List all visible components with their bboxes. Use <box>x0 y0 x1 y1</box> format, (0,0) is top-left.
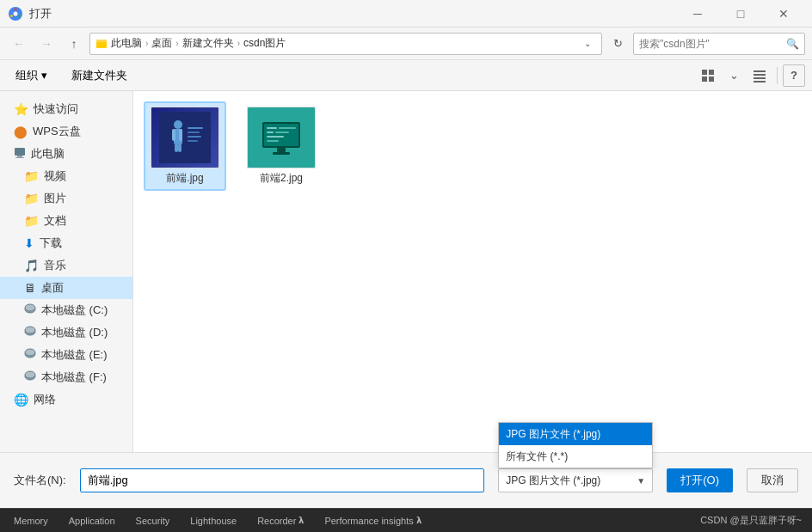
search-input[interactable] <box>639 38 786 50</box>
file-name-1: 前端.jpg <box>166 172 203 186</box>
filename-input[interactable] <box>80 468 485 492</box>
filetype-dropdown[interactable]: JPG 图片文件 (*.jpg) ▼ JPG 图片文件 (*.jpg) 所有文件… <box>498 468 653 492</box>
minimize-button[interactable]: ─ <box>678 0 717 28</box>
sidebar-label-music: 音乐 <box>44 258 66 273</box>
file-item-1[interactable]: 前端.jpg <box>144 101 226 191</box>
svg-rect-14 <box>754 81 766 83</box>
devtools-tab-memory[interactable]: Memory <box>10 509 52 533</box>
sidebar-item-pictures[interactable]: 📁 图片 <box>0 187 132 210</box>
search-icon: 🔍 <box>786 38 799 50</box>
devtools-tab-performance-insights[interactable]: Performance insights 𝝺 <box>321 509 424 533</box>
maximize-button[interactable]: □ <box>721 0 760 28</box>
back-button[interactable]: ← <box>7 32 31 56</box>
devtools-tab-application[interactable]: Application <box>65 509 119 533</box>
sidebar-label-videos: 视频 <box>44 168 66 184</box>
sidebar-item-videos[interactable]: 📁 视频 <box>0 165 132 187</box>
filetype-option-all[interactable]: 所有文件 (*.*) <box>499 445 652 468</box>
refresh-button[interactable]: ↻ <box>606 32 630 56</box>
view-dropdown-button[interactable]: ⌄ <box>722 64 746 88</box>
svg-rect-39 <box>264 124 298 146</box>
svg-point-3 <box>18 15 21 17</box>
filetype-select-button[interactable]: JPG 图片文件 (*.jpg) ▼ <box>498 468 653 492</box>
svg-rect-8 <box>709 70 714 75</box>
sidebar-label-pictures: 图片 <box>44 191 66 206</box>
svg-rect-47 <box>273 152 290 155</box>
pictures-icon: 📁 <box>24 192 39 205</box>
sidebar-item-local-c[interactable]: 本地磁盘 (C:) <box>0 299 132 321</box>
svg-rect-10 <box>709 76 714 82</box>
file-area[interactable]: 前端.jpg <box>133 91 812 452</box>
svg-point-25 <box>25 371 35 378</box>
devtools-tab-lighthouse[interactable]: Lighthouse <box>187 509 240 533</box>
sidebar: ⭐ 快速访问 ⬤ WPS云盘 此电脑 📁 视频 📁 图片 📁 文档 ⬇ 下载 <box>0 91 133 452</box>
performance-insights-tab-label: Performance insights <box>324 516 413 526</box>
thumb-preview-2 <box>248 107 315 168</box>
svg-rect-11 <box>754 70 766 72</box>
svg-rect-26 <box>159 112 211 163</box>
close-button[interactable]: ✕ <box>764 0 803 28</box>
svg-rect-40 <box>267 127 277 129</box>
file-item-2[interactable]: 前端2.jpg <box>240 101 323 191</box>
breadcrumb-new-folder[interactable]: 新建文件夹 <box>182 36 234 51</box>
filetype-option-jpg[interactable]: JPG 图片文件 (*.jpg) <box>499 423 652 445</box>
sidebar-label-local-f: 本地磁盘 (F:) <box>41 370 107 385</box>
sidebar-label-downloads: 下载 <box>40 235 62 251</box>
sidebar-item-local-f[interactable]: 本地磁盘 (F:) <box>0 366 132 388</box>
app-icon <box>9 7 22 21</box>
svg-rect-45 <box>267 140 279 142</box>
sidebar-item-quick-access[interactable]: ⭐ 快速访问 <box>0 98 132 120</box>
sidebar-item-network[interactable]: 🌐 网络 <box>0 388 132 411</box>
organize-button[interactable]: 组织 ▾ <box>7 64 56 87</box>
open-button[interactable]: 打开(O) <box>667 468 733 492</box>
up-button[interactable]: ↑ <box>62 32 86 56</box>
sidebar-item-local-e[interactable]: 本地磁盘 (E:) <box>0 344 132 366</box>
breadcrumb-dropdown-button[interactable]: ⌄ <box>579 35 596 52</box>
videos-icon: 📁 <box>24 169 39 183</box>
sidebar-item-music[interactable]: 🎵 音乐 <box>0 254 132 277</box>
svg-rect-36 <box>188 140 198 142</box>
forward-button[interactable]: → <box>34 32 58 56</box>
devtools-tab-recorder[interactable]: Recorder 𝝺 <box>254 509 307 533</box>
svg-point-1 <box>14 11 18 15</box>
security-tab-label: Security <box>136 516 170 526</box>
cancel-button[interactable]: 取消 <box>747 468 798 492</box>
svg-rect-35 <box>188 136 201 138</box>
this-pc-icon <box>14 147 26 162</box>
new-folder-button[interactable]: 新建文件夹 <box>63 64 136 87</box>
filetype-dropdown-menu: JPG 图片文件 (*.jpg) 所有文件 (*.*) <box>498 422 653 468</box>
svg-rect-6 <box>96 42 107 48</box>
sidebar-label-local-e: 本地磁盘 (E:) <box>41 347 108 363</box>
breadcrumb-desktop[interactable]: 桌面 <box>151 36 172 51</box>
svg-rect-42 <box>267 131 274 133</box>
sidebar-item-this-pc[interactable]: 此电脑 <box>0 143 132 165</box>
local-e-icon <box>24 348 36 363</box>
breadcrumb-this-pc[interactable]: 此电脑 <box>111 36 142 51</box>
recorder-tab-label: Recorder <box>257 516 296 526</box>
devtools-tab-security[interactable]: Security <box>132 509 174 533</box>
svg-point-2 <box>15 8 17 10</box>
main-area: ⭐ 快速访问 ⬤ WPS云盘 此电脑 📁 视频 📁 图片 📁 文档 ⬇ 下载 <box>0 91 812 452</box>
svg-rect-30 <box>179 129 182 141</box>
thumb-preview-1 <box>151 107 218 168</box>
dropdown-arrow-icon: ▼ <box>637 476 645 486</box>
sidebar-label-wps-cloud: WPS云盘 <box>33 124 81 139</box>
breadcrumb-csdn-images[interactable]: csdn图片 <box>243 36 286 51</box>
svg-rect-33 <box>188 127 203 129</box>
view-controls: ⌄ ? <box>696 64 805 88</box>
watermark: CSDN @是只蓝胖子呀~ <box>700 514 802 527</box>
sidebar-item-desktop[interactable]: 🖥 桌面 <box>0 277 132 299</box>
help-button[interactable]: ? <box>783 64 805 87</box>
sidebar-label-desktop: 桌面 <box>41 280 64 296</box>
view-large-icon-button[interactable] <box>696 64 720 88</box>
svg-point-27 <box>174 120 182 129</box>
sidebar-item-local-d[interactable]: 本地磁盘 (D:) <box>0 321 132 344</box>
quick-access-icon: ⭐ <box>14 102 28 116</box>
toolbar-separator <box>777 67 778 84</box>
memory-tab-label: Memory <box>14 516 48 526</box>
sidebar-label-this-pc: 此电脑 <box>31 146 65 162</box>
sidebar-item-wps-cloud[interactable]: ⬤ WPS云盘 <box>0 120 132 143</box>
sidebar-label-network: 网络 <box>34 392 56 407</box>
sidebar-item-downloads[interactable]: ⬇ 下载 <box>0 232 132 254</box>
view-details-button[interactable] <box>747 64 772 88</box>
sidebar-item-documents[interactable]: 📁 文档 <box>0 210 132 232</box>
